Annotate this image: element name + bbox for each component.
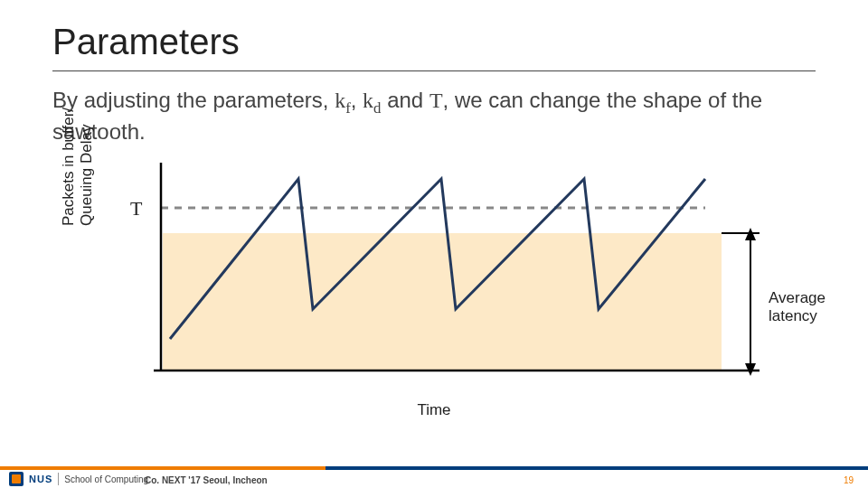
y-axis-label: Packets in buffer/ Queuing Delay: [60, 108, 96, 226]
conference-footer: Co. NEXT '17 Seoul, Incheon: [145, 475, 268, 485]
body-sep1: ,: [351, 88, 363, 112]
slide-title: Parameters: [52, 22, 240, 62]
body-mid: and: [382, 88, 429, 112]
param-T: T: [429, 89, 443, 112]
avg-latency-label: Average latency: [769, 289, 832, 325]
param-kd: kd: [363, 89, 381, 112]
avg-l2: latency: [769, 307, 817, 324]
chart-area: Packets in buffer/ Queuing Delay T Avera…: [72, 163, 796, 416]
logo-school: School of Computing: [64, 474, 148, 484]
avg-l1: Average: [769, 289, 826, 306]
ylabel-line2: Queuing Delay: [78, 108, 96, 226]
page-number: 19: [844, 475, 854, 485]
sawtooth-chart: [127, 163, 778, 389]
param-kf: kf: [335, 89, 351, 112]
title-underline: [52, 70, 816, 71]
avg-latency-band: [163, 233, 722, 371]
logo-org: NUS: [29, 474, 52, 484]
ylabel-line1: Packets in buffer/: [60, 108, 77, 226]
nus-logo-icon: [9, 472, 24, 486]
slide: Parameters By adjusting the parameters, …: [0, 0, 868, 488]
logo-divider: [58, 473, 59, 485]
footer: NUS School of Computing Co. NEXT '17 Seo…: [0, 470, 868, 488]
x-axis-label: Time: [72, 401, 796, 419]
body-paragraph: By adjusting the parameters, kf, kd and …: [52, 87, 816, 145]
logo-block: NUS School of Computing: [9, 472, 148, 486]
